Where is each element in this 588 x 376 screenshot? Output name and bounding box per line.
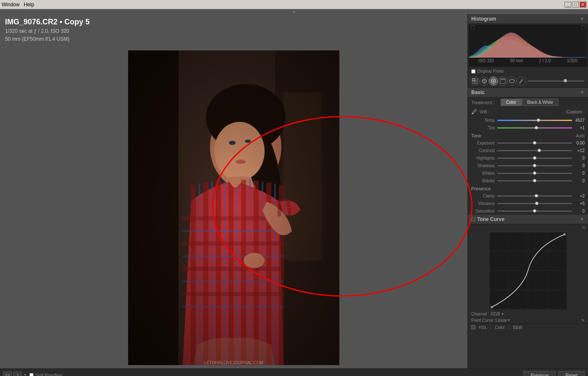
adjustment-brush-tool[interactable] — [517, 76, 526, 86]
temp-value: 4527 — [572, 118, 585, 123]
tint-label: Tint — [471, 126, 497, 130]
exposure-track[interactable] — [497, 142, 572, 144]
close-button[interactable]: ✕ — [580, 2, 586, 8]
tone-curve-section-header: Tone Curve ▼ — [468, 215, 588, 224]
tone-curve-section: ⊞ Channel : — [468, 224, 588, 324]
blacks-slider-row: Blacks 0 — [468, 177, 588, 184]
view-single-button[interactable]: Y — [13, 371, 22, 376]
channel-label: Channel : — [471, 312, 489, 316]
highlights-value: 0 — [572, 156, 585, 160]
bottom-bar: YY Y ▼ Soft Proofing Previous Reset — [0, 368, 588, 376]
crop-tool[interactable] — [470, 76, 480, 86]
point-curve-label: Point Curve : — [471, 318, 496, 323]
contrast-thumb[interactable] — [538, 149, 541, 152]
tone-curve-options-icon[interactable]: ⊞ — [582, 225, 585, 230]
contrast-slider-row: Contrast +12 — [468, 147, 588, 154]
whites-label: Whites — [471, 171, 497, 176]
vibrance-thumb[interactable] — [535, 202, 538, 205]
highlights-thumb[interactable] — [533, 156, 536, 160]
shadows-thumb[interactable] — [533, 164, 536, 167]
saturation-value: 0 — [572, 209, 585, 213]
exposure-value: 0.00 — [572, 141, 585, 145]
maximize-button[interactable]: □ — [572, 2, 579, 8]
menu-window[interactable]: Window — [2, 2, 20, 8]
photo-container: LETOHIN.LIVEJOURNAL.COM — [0, 47, 467, 368]
presence-subheader: Presence — [468, 184, 588, 192]
treatment-row: Treatment : Color Black & White — [468, 97, 588, 107]
menu-help[interactable]: Help — [24, 2, 34, 8]
hsl-label[interactable]: HSL — [479, 325, 487, 330]
eyedropper-icon[interactable]: 🖉 — [471, 108, 478, 115]
tone-subheader: Tone Auto — [468, 131, 588, 139]
point-curve-value[interactable]: Linear — [496, 318, 507, 323]
channel-dropdown-icon[interactable]: ▼ — [501, 312, 504, 316]
original-photo-checkbox[interactable] — [471, 69, 475, 74]
graduated-filter-tool[interactable] — [498, 76, 507, 86]
minimize-button[interactable]: _ — [564, 2, 571, 8]
tone-curve-expand-icon[interactable]: ▼ — [580, 216, 585, 222]
titlebar-menu: Window Help — [2, 2, 34, 8]
photo-info: IMG_9076.CR2 • Copy 5 1/320 sec at ƒ / 2… — [0, 14, 467, 47]
baw-label[interactable]: B&W — [513, 325, 522, 330]
reset-button[interactable]: Reset — [558, 371, 585, 376]
clarity-slider-row: Clarity +2 — [468, 192, 588, 200]
whites-thumb[interactable] — [533, 171, 536, 175]
histogram-chart — [469, 25, 587, 58]
photo-meta-line1: 1/320 sec at ƒ / 2.0, ISO 320 — [5, 27, 462, 35]
tone-curve-toggle[interactable] — [471, 217, 475, 221]
highlights-track[interactable] — [497, 158, 572, 159]
tint-value: +1 — [572, 126, 585, 130]
histogram-info: ISO 320 50 mm ƒ / 2.0 1/320 — [469, 58, 587, 64]
tint-track[interactable] — [497, 127, 572, 129]
blacks-thumb[interactable] — [533, 179, 536, 182]
previous-button[interactable]: Previous — [523, 371, 556, 376]
contrast-track[interactable] — [497, 150, 572, 151]
saturation-track[interactable] — [497, 210, 572, 212]
point-curve-dropdown-icon[interactable]: ▼ — [507, 318, 511, 322]
spot-removal-tool[interactable] — [480, 76, 489, 86]
iso-info: ISO 320 — [478, 58, 494, 63]
channel-value[interactable]: RGB — [491, 312, 500, 316]
temp-slider-row: Temp 4527 — [468, 116, 588, 124]
clarity-thumb[interactable] — [535, 194, 538, 197]
blacks-value: 0 — [572, 179, 585, 183]
color-treatment-button[interactable]: Color — [501, 99, 522, 106]
blacks-track[interactable] — [497, 180, 572, 181]
contrast-label: Contrast — [471, 148, 497, 153]
view-before-after-button[interactable]: YY — [3, 371, 12, 376]
wb-value[interactable]: Custom : — [566, 109, 585, 114]
svg-rect-39 — [128, 50, 339, 365]
tone-auto-button[interactable]: Auto — [576, 134, 585, 138]
shadows-track[interactable] — [497, 165, 572, 166]
bw-treatment-button[interactable]: Black & White — [522, 99, 559, 106]
redeye-tool[interactable] — [489, 76, 498, 86]
point-curve-edit-icon[interactable]: ✎ — [581, 318, 585, 323]
tone-curve-chart[interactable] — [490, 232, 567, 309]
color-label[interactable]: Color — [495, 325, 505, 330]
saturation-thumb[interactable] — [533, 209, 536, 213]
exposure-thumb[interactable] — [533, 141, 536, 145]
clarity-track[interactable] — [497, 195, 572, 197]
svg-rect-45 — [472, 82, 475, 84]
temp-track[interactable] — [497, 120, 572, 121]
tone-curve-label: Tone Curve — [477, 216, 504, 222]
view-dropdown-icon[interactable]: ▼ — [24, 373, 27, 376]
basic-expand-icon[interactable]: ▼ — [580, 89, 585, 95]
left-panel: IMG_9076.CR2 • Copy 5 1/320 sec at ƒ / 2… — [0, 14, 467, 368]
hsl-toggle[interactable] — [471, 325, 475, 329]
photo-svg — [128, 50, 339, 365]
histogram-expand-icon[interactable]: ▼ — [580, 16, 585, 22]
channel-row: Channel : RGB ▼ — [468, 311, 588, 317]
tint-thumb[interactable] — [535, 126, 538, 129]
vibrance-track[interactable] — [497, 203, 572, 204]
svg-point-65 — [563, 233, 566, 236]
shutter-info: 1/320 — [567, 58, 578, 63]
contrast-value: +12 — [572, 148, 585, 153]
svg-rect-43 — [472, 79, 475, 81]
radial-filter-tool[interactable] — [507, 76, 517, 86]
soft-proofing-checkbox[interactable] — [29, 373, 34, 376]
temp-thumb[interactable] — [537, 118, 540, 122]
blacks-label: Blacks — [471, 179, 497, 183]
whites-track[interactable] — [497, 173, 572, 174]
photo-meta-line2: 50 mm (EF50mm f/1.4 USM) — [5, 35, 462, 43]
